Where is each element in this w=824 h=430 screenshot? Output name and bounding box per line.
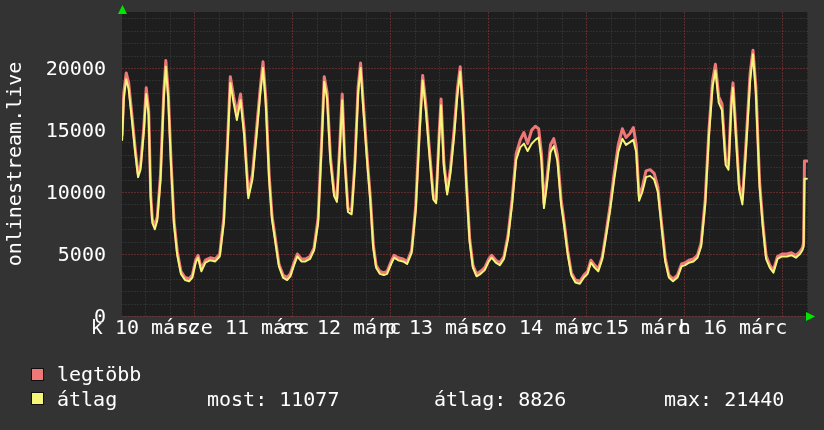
stat-max-label: max:	[664, 388, 712, 410]
x-tick-label: cs 12 márc	[281, 317, 401, 337]
y-tick-label: 5000	[8, 244, 106, 264]
x-tick-label: h 16 márc	[679, 317, 787, 337]
y-tick-label: 20000	[8, 58, 106, 78]
legend-label-atlag: átlag	[57, 388, 117, 410]
legend-label-legtobb: legtöbb	[57, 363, 141, 385]
legend-swatch-legtobb	[31, 368, 44, 381]
stat-max: max:21440	[664, 388, 784, 410]
stat-max-value: 21440	[724, 388, 784, 410]
stat-most-value: 11077	[279, 388, 339, 410]
stat-atlag-label: átlag:	[434, 388, 506, 410]
y-tick-label: 15000	[8, 120, 106, 140]
stat-most-label: most:	[207, 388, 267, 410]
rrd-graph: onlinestream.live 05000100001500020000 k…	[0, 0, 824, 430]
stat-atlag: átlag:8826	[434, 388, 566, 410]
legend-swatch-atlag	[31, 392, 44, 405]
x-tick-label: v 15 márc	[581, 317, 689, 337]
y-tick-label: 10000	[8, 182, 106, 202]
stat-most: most:11077	[207, 388, 339, 410]
stat-atlag-value: 8826	[518, 388, 566, 410]
